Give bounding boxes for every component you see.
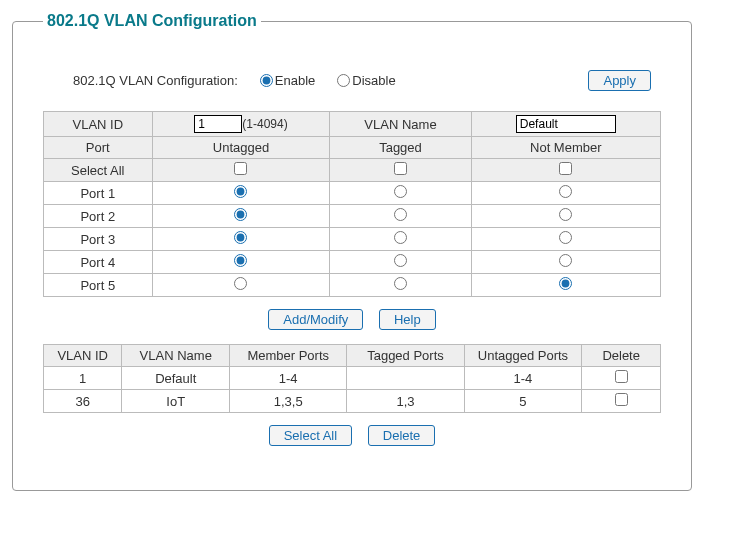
port-name: Port 4 — [44, 251, 153, 274]
select-all-not-member[interactable] — [559, 162, 572, 175]
hdr-port: Port — [44, 137, 153, 159]
port-tagged-radio[interactable] — [394, 185, 407, 198]
delete-checkbox[interactable] — [615, 370, 628, 383]
disable-radio[interactable] — [337, 74, 350, 87]
select-all-row: Select All — [44, 159, 661, 182]
port-tagged-radio[interactable] — [394, 277, 407, 290]
port-row: Port 2 — [44, 205, 661, 228]
enable-option[interactable]: Enable — [258, 73, 315, 88]
apply-button[interactable]: Apply — [588, 70, 651, 91]
list-hdr-vlan-id: VLAN ID — [44, 345, 122, 367]
port-row: Port 1 — [44, 182, 661, 205]
hdr-not-member: Not Member — [471, 137, 660, 159]
enable-radio[interactable] — [260, 74, 273, 87]
list-hdr-vlan-name: VLAN Name — [122, 345, 230, 367]
cell-untagged-ports: 5 — [464, 390, 582, 413]
vlan-id-input[interactable] — [194, 115, 242, 133]
config-label: 802.1Q VLAN Configuration: — [73, 73, 238, 88]
select-all-tagged[interactable] — [394, 162, 407, 175]
add-modify-button[interactable]: Add/Modify — [268, 309, 363, 330]
vlan-list-row: 36IoT1,3,51,35 — [44, 390, 661, 413]
list-hdr-untagged-ports: Untagged Ports — [464, 345, 582, 367]
port-not_member-radio[interactable] — [559, 277, 572, 290]
hdr-untagged: Untagged — [152, 137, 330, 159]
vlan-name-input[interactable] — [516, 115, 616, 133]
port-tagged-radio[interactable] — [394, 208, 407, 221]
hdr-vlan-id: VLAN ID — [44, 112, 153, 137]
enable-disable-group: Enable Disable — [258, 73, 410, 88]
cell-vlan-name: Default — [122, 367, 230, 390]
port-not_member-radio[interactable] — [559, 231, 572, 244]
port-row: Port 4 — [44, 251, 661, 274]
port-untagged-radio[interactable] — [234, 185, 247, 198]
cell-vlan-name: IoT — [122, 390, 230, 413]
port-name: Port 3 — [44, 228, 153, 251]
disable-label: Disable — [352, 73, 395, 88]
port-row: Port 3 — [44, 228, 661, 251]
vlan-config-panel: 802.1Q VLAN Configuration 802.1Q VLAN Co… — [12, 12, 692, 491]
port-tagged-radio[interactable] — [394, 231, 407, 244]
vlan-list-table: VLAN ID VLAN Name Member Ports Tagged Po… — [43, 344, 661, 413]
port-not_member-radio[interactable] — [559, 208, 572, 221]
select-all-label: Select All — [44, 159, 153, 182]
cell-vlan-id-input: (1-4094) — [152, 112, 330, 137]
port-tagged-radio[interactable] — [394, 254, 407, 267]
form-buttons: Add/Modify Help — [43, 309, 661, 330]
cell-member-ports: 1-4 — [230, 367, 347, 390]
hdr-tagged: Tagged — [330, 137, 471, 159]
cell-tagged-ports: 1,3 — [347, 390, 464, 413]
cell-vlan-name-input — [471, 112, 660, 137]
cell-untagged-ports: 1-4 — [464, 367, 582, 390]
port-not_member-radio[interactable] — [559, 254, 572, 267]
port-not_member-radio[interactable] — [559, 185, 572, 198]
list-buttons: Select All Delete — [43, 425, 661, 446]
hdr-vlan-name: VLAN Name — [330, 112, 471, 137]
port-row: Port 5 — [44, 274, 661, 297]
delete-checkbox[interactable] — [615, 393, 628, 406]
list-hdr-member-ports: Member Ports — [230, 345, 347, 367]
cell-vlan-id: 1 — [44, 367, 122, 390]
port-untagged-radio[interactable] — [234, 277, 247, 290]
select-all-untagged[interactable] — [234, 162, 247, 175]
disable-option[interactable]: Disable — [335, 73, 395, 88]
enable-label: Enable — [275, 73, 315, 88]
cell-member-ports: 1,3,5 — [230, 390, 347, 413]
vlan-list-row: 1Default1-41-4 — [44, 367, 661, 390]
port-name: Port 2 — [44, 205, 153, 228]
port-name: Port 5 — [44, 274, 153, 297]
select-all-button[interactable]: Select All — [269, 425, 352, 446]
port-untagged-radio[interactable] — [234, 254, 247, 267]
list-hdr-delete: Delete — [582, 345, 661, 367]
vlan-id-hint: (1-4094) — [242, 117, 287, 131]
port-untagged-radio[interactable] — [234, 231, 247, 244]
port-name: Port 1 — [44, 182, 153, 205]
list-hdr-tagged-ports: Tagged Ports — [347, 345, 464, 367]
config-row: 802.1Q VLAN Configuration: Enable Disabl… — [73, 70, 651, 91]
port-untagged-radio[interactable] — [234, 208, 247, 221]
panel-title: 802.1Q VLAN Configuration — [43, 12, 261, 30]
cell-tagged-ports — [347, 367, 464, 390]
port-config-table: VLAN ID (1-4094) VLAN Name Port Untagged… — [43, 111, 661, 297]
delete-button[interactable]: Delete — [368, 425, 436, 446]
cell-vlan-id: 36 — [44, 390, 122, 413]
help-button[interactable]: Help — [379, 309, 436, 330]
